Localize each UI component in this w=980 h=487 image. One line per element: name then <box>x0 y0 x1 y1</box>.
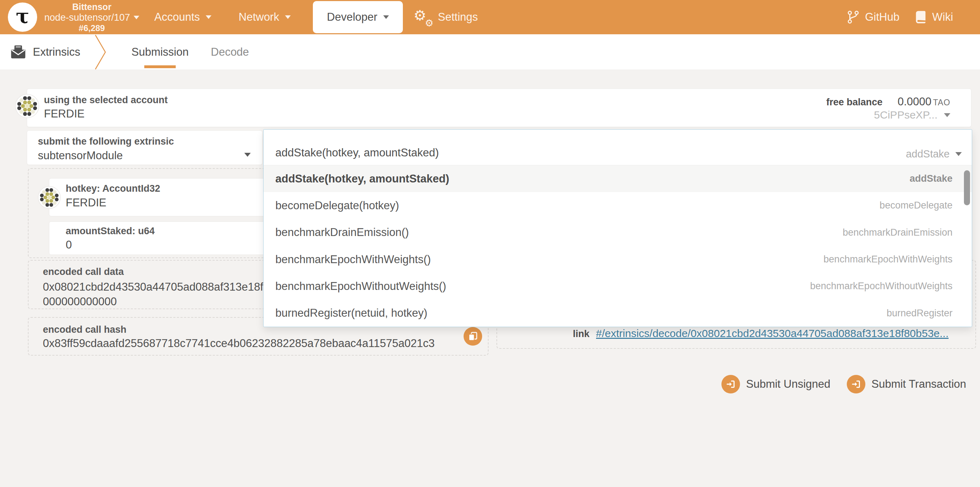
chevron-down-icon <box>944 113 950 117</box>
param-identicon <box>38 186 61 209</box>
tabs: Submission Decode <box>131 34 249 70</box>
submit-transaction-button[interactable]: Submit Transaction <box>847 375 966 393</box>
chevron-down-icon <box>285 15 291 19</box>
brand[interactable]: Bittensor node-subtensor/107 #6,289 <box>40 2 143 33</box>
sign-in-icon <box>847 375 865 393</box>
book-icon <box>915 10 926 24</box>
free-balance-label: free balance <box>826 97 883 108</box>
block-number: #6,289 <box>40 23 143 33</box>
account-name: FERDIE <box>44 107 84 120</box>
chevron-down-icon <box>383 15 389 19</box>
chain-name: Bittensor <box>40 2 143 12</box>
submit-transaction-label: Submit Transaction <box>872 378 966 391</box>
account-label: using the selected account <box>44 95 168 106</box>
account-address: 5CiPPseXP... <box>874 109 937 121</box>
section-chevron-icon <box>94 34 108 70</box>
encoded-call-data-label: encoded call data <box>43 266 124 277</box>
tab-submission[interactable]: Submission <box>131 34 189 70</box>
node-version: node-subtensor/107 <box>44 12 130 23</box>
menu-item-benchmarkEpochWithoutWeights[interactable]: benchmarkEpochWithoutWeights() benchmark… <box>264 273 972 299</box>
submit-unsigned-label: Submit Unsigned <box>746 378 830 391</box>
method-dropdown: addStake(hotkey, amountStaked) addStake … <box>263 129 972 327</box>
method-select-input[interactable]: addStake(hotkey, amountStaked) addStake <box>264 130 972 165</box>
tau-logo-icon: τ <box>16 6 29 26</box>
copy-icon <box>468 332 477 341</box>
mail-icon <box>11 45 26 59</box>
github-link[interactable]: GitHub <box>847 0 899 34</box>
account-address-selector[interactable]: 5CiPPseXP... <box>874 109 950 121</box>
menu-scrollbar-thumb[interactable] <box>964 170 970 205</box>
link-label: link <box>573 328 590 339</box>
menu-item-benchmarkEpochWithWeights[interactable]: benchmarkEpochWithWeights() benchmarkEpo… <box>264 246 972 273</box>
nav-item-accounts[interactable]: Accounts <box>154 0 212 34</box>
tabbar: Extrinsics Submission Decode <box>0 34 980 70</box>
code-branch-icon <box>847 10 859 24</box>
nav-item-settings[interactable]: ⚙ ⚙ Settings <box>414 0 478 34</box>
method-menu: addStake(hotkey, amountStaked) addStake … <box>264 165 972 327</box>
method-selected-name: addStake <box>906 148 950 160</box>
gears-icon: ⚙ ⚙ <box>414 8 433 26</box>
nav-item-network[interactable]: Network <box>239 0 291 34</box>
param-amount-value: 0 <box>66 239 72 251</box>
submit-unsigned-button[interactable]: Submit Unsigned <box>721 375 830 393</box>
free-balance: free balance 0.0000 TAO <box>826 95 950 108</box>
encoded-call-hash-value: 0x83ff59cdaaafd255687718c7741cce4b062328… <box>43 337 457 350</box>
menu-item-becomeDelegate[interactable]: becomeDelegate(hotkey) becomeDelegate <box>264 192 972 219</box>
copy-button[interactable] <box>464 327 482 345</box>
sign-in-icon <box>721 375 740 393</box>
method-selected-text: addStake(hotkey, amountStaked) <box>275 146 439 159</box>
account-identicon <box>15 94 39 118</box>
balance-unit: TAO <box>933 98 950 107</box>
nav-item-developer[interactable]: Developer <box>313 1 403 33</box>
chevron-down-icon <box>134 16 139 19</box>
extrinsics-section-title: Extrinsics <box>11 34 80 70</box>
topbar: τ Bittensor node-subtensor/107 #6,289 Ac… <box>0 0 980 34</box>
chevron-down-icon <box>206 15 212 19</box>
menu-item-benchmarkDrainEmission[interactable]: benchmarkDrainEmission() benchmarkDrainE… <box>264 219 972 246</box>
wiki-link[interactable]: Wiki <box>915 0 953 34</box>
chevron-down-icon <box>244 153 251 157</box>
menu-item-burnedRegister[interactable]: burnedRegister(netuid, hotkey) burnedReg… <box>264 300 972 327</box>
decode-link[interactable]: #/extrinsics/decode/0x08021cbd2d43530a44… <box>596 328 949 339</box>
screen: τ Bittensor node-subtensor/107 #6,289 Ac… <box>0 0 980 487</box>
module-select-label: submit the following extrinsic <box>38 136 174 147</box>
param-hotkey-value: FERDIE <box>66 196 107 209</box>
tab-decode[interactable]: Decode <box>211 34 249 70</box>
encoded-call-hash-label: encoded call hash <box>43 324 126 335</box>
param-amount-label: amountStaked: u64 <box>66 226 154 237</box>
free-balance-value: 0.0000 <box>897 95 931 108</box>
chevron-down-icon <box>955 152 962 156</box>
menu-item-addStake[interactable]: addStake(hotkey, amountStaked) addStake <box>264 165 972 192</box>
app-logo[interactable]: τ <box>8 3 37 32</box>
account-card[interactable]: using the selected account FERDIE free b… <box>27 89 971 127</box>
module-select-value: subtensorModule <box>38 149 123 162</box>
link-row: link #/extrinsics/decode/0x08021cbd2d435… <box>573 328 961 339</box>
module-select[interactable]: submit the following extrinsic subtensor… <box>27 131 262 165</box>
param-hotkey-label: hotkey: AccountId32 <box>66 183 161 194</box>
